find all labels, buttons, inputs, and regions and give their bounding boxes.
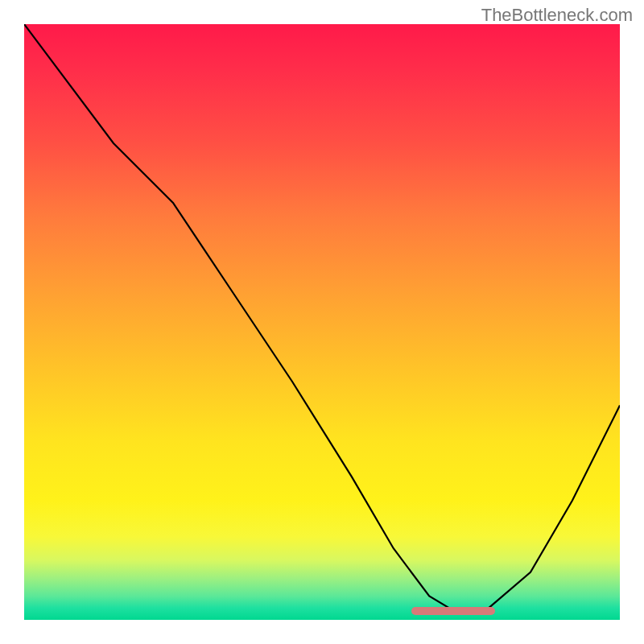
watermark-text: TheBottleneck.com	[481, 5, 633, 26]
bottleneck-curve-line	[24, 24, 620, 614]
chart-line-layer	[24, 24, 620, 620]
chart-plot-area	[24, 24, 620, 620]
optimal-range-marker	[411, 607, 495, 615]
